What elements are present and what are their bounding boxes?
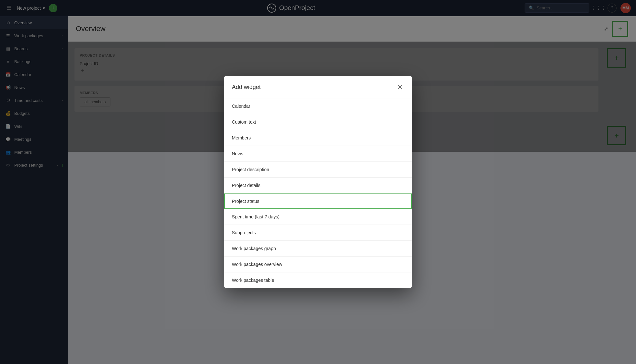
widget-item-members[interactable]: Members: [224, 130, 412, 146]
add-widget-modal: Add widget ✕ Calendar Custom text Member…: [224, 76, 412, 288]
widget-item-project-description[interactable]: Project description: [224, 162, 412, 178]
widget-item-calendar[interactable]: Calendar: [224, 98, 412, 114]
modal-overlay[interactable]: Add widget ✕ Calendar Custom text Member…: [0, 0, 636, 364]
widget-item-project-status[interactable]: Project status: [224, 193, 412, 209]
modal-close-button[interactable]: ✕: [396, 83, 404, 92]
widget-item-spent-time[interactable]: Spent time (last 7 days): [224, 209, 412, 225]
widget-item-work-packages-table[interactable]: Work packages table: [224, 272, 412, 288]
modal-title: Add widget: [232, 84, 261, 91]
widget-item-work-packages-overview[interactable]: Work packages overview: [224, 257, 412, 272]
modal-header: Add widget ✕: [224, 76, 412, 98]
widget-item-work-packages-graph[interactable]: Work packages graph: [224, 241, 412, 257]
widget-item-project-details[interactable]: Project details: [224, 178, 412, 193]
widget-item-subprojects[interactable]: Subprojects: [224, 225, 412, 241]
widget-item-news[interactable]: News: [224, 146, 412, 162]
widget-item-custom-text[interactable]: Custom text: [224, 114, 412, 130]
widget-list: Calendar Custom text Members News Projec…: [224, 98, 412, 288]
